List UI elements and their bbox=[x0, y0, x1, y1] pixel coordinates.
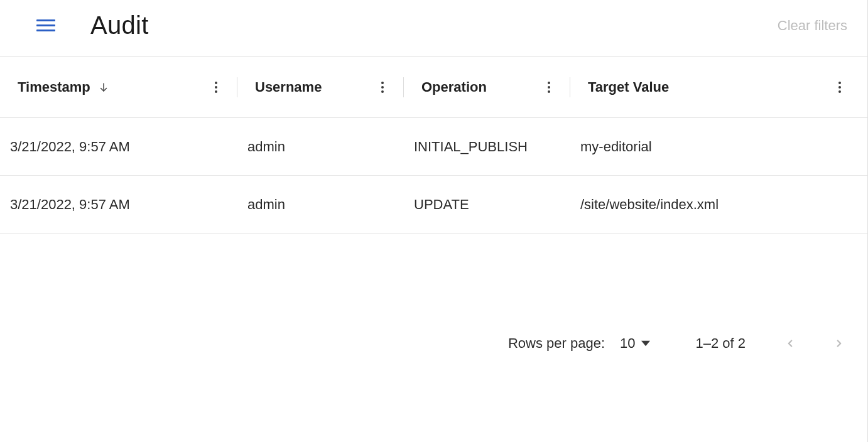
cell-timestamp: 3/21/2022, 9:57 AM bbox=[10, 197, 230, 213]
col-header-username-label[interactable]: Username bbox=[255, 79, 322, 95]
header: Audit Clear filters bbox=[0, 0, 867, 57]
sort-desc-icon[interactable] bbox=[98, 82, 109, 93]
pagination-range: 1–2 of 2 bbox=[695, 335, 746, 352]
prev-page-button[interactable] bbox=[781, 334, 800, 353]
next-page-button[interactable] bbox=[830, 334, 849, 353]
rows-per-page-label: Rows per page: bbox=[508, 335, 605, 352]
col-menu-target[interactable] bbox=[835, 78, 845, 97]
table-row[interactable]: 3/21/2022, 9:57 AM admin INITIAL_PUBLISH… bbox=[0, 118, 867, 176]
cell-target: my-editorial bbox=[563, 139, 861, 155]
col-header-timestamp: Timestamp bbox=[18, 78, 237, 97]
cell-timestamp: 3/21/2022, 9:57 AM bbox=[10, 139, 230, 155]
caret-down-icon bbox=[641, 339, 650, 348]
cell-operation: UPDATE bbox=[396, 197, 563, 213]
rows-per-page-select[interactable]: 10 bbox=[620, 335, 650, 352]
col-header-target: Target Value bbox=[570, 78, 861, 97]
col-header-target-label[interactable]: Target Value bbox=[588, 79, 669, 95]
clear-filters-button[interactable]: Clear filters bbox=[778, 18, 847, 34]
cell-username: admin bbox=[230, 197, 396, 213]
col-menu-timestamp[interactable] bbox=[211, 78, 221, 97]
col-header-username: Username bbox=[237, 78, 404, 97]
cell-operation: INITIAL_PUBLISH bbox=[396, 139, 563, 155]
pagination: Rows per page: 10 1–2 of 2 bbox=[0, 334, 867, 353]
col-header-timestamp-label[interactable]: Timestamp bbox=[18, 79, 90, 95]
col-header-operation: Operation bbox=[404, 78, 570, 97]
rows-per-page-value: 10 bbox=[620, 335, 635, 352]
page-title: Audit bbox=[90, 11, 149, 40]
col-header-operation-label[interactable]: Operation bbox=[421, 79, 487, 95]
col-menu-username[interactable] bbox=[377, 78, 388, 97]
cell-username: admin bbox=[230, 139, 396, 155]
table-header: Timestamp Username Operation Target Val bbox=[0, 57, 867, 118]
table-row[interactable]: 3/21/2022, 9:57 AM admin UPDATE /site/we… bbox=[0, 176, 867, 234]
menu-icon[interactable] bbox=[36, 19, 55, 31]
header-left: Audit bbox=[36, 11, 149, 40]
cell-target: /site/website/index.xml bbox=[563, 197, 861, 213]
col-menu-operation[interactable] bbox=[544, 78, 554, 97]
